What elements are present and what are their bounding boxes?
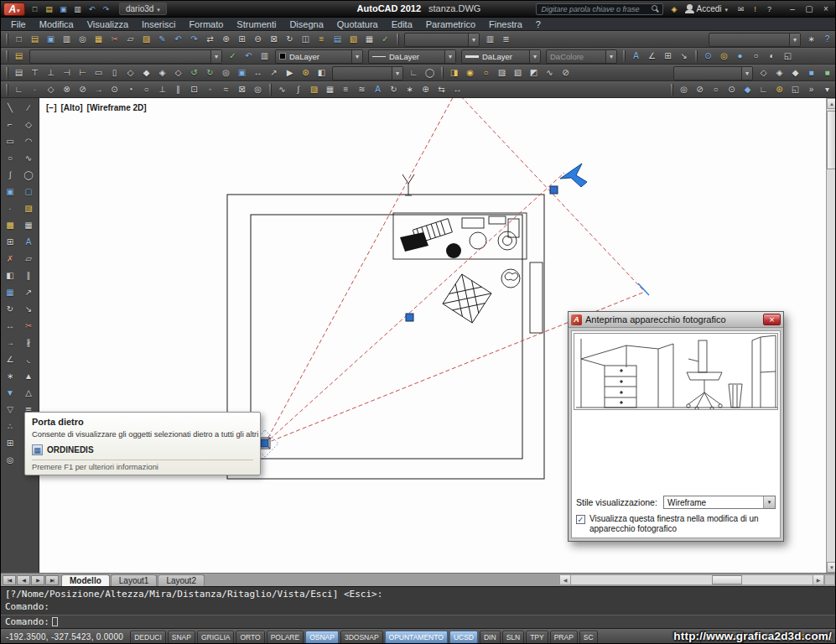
quickcalc-icon[interactable]: ≣	[500, 33, 513, 46]
toolbar-grip[interactable]	[6, 34, 8, 45]
visual-styles-icon[interactable]: ◩	[527, 66, 541, 80]
steering-wheel-icon[interactable]: ⊛	[299, 66, 313, 80]
ucsd-toggle[interactable]: UCSD	[449, 631, 478, 644]
region-icon[interactable]: ▦	[22, 219, 35, 232]
explode-icon[interactable]: ∗	[403, 83, 417, 96]
draworder-back-icon[interactable]: ▼	[3, 387, 17, 400]
constrained-orbit-icon[interactable]: ↻	[204, 66, 217, 80]
gradient-icon[interactable]: ▩	[3, 219, 17, 232]
scroll-right-button[interactable]	[813, 574, 824, 585]
snap-nearest-icon[interactable]: ≈	[220, 83, 233, 96]
pan-icon[interactable]: ⇄	[204, 33, 217, 46]
scrollbar-thumb[interactable]	[712, 575, 742, 584]
sync-attributes-icon[interactable]: ↻	[387, 83, 401, 96]
coordinates-display[interactable]: -192.3500, -327.5423, 0.0000	[3, 631, 130, 643]
chevron-down-icon[interactable]	[741, 67, 752, 80]
make-object-layer-current-icon[interactable]: ✓	[226, 49, 240, 63]
osnap-toggle[interactable]: OSNAP	[305, 631, 339, 644]
chevron-down-icon[interactable]	[529, 50, 540, 63]
camera-icon[interactable]: ▣	[236, 66, 249, 80]
viewport-style-control[interactable]: [Wireframe 2D]	[87, 103, 147, 112]
chevron-down-icon[interactable]	[351, 50, 362, 63]
rotate-icon[interactable]: ↻	[3, 303, 17, 316]
prev-tab-button[interactable]: ◀	[17, 575, 30, 585]
din-toggle[interactable]: DIN	[480, 631, 501, 644]
fillet-icon[interactable]: ◟	[22, 353, 35, 366]
arc-icon[interactable]: ◠	[22, 135, 35, 148]
plot-icon[interactable]: ▥	[60, 33, 74, 46]
named-view-combo[interactable]	[709, 33, 801, 47]
materials-icon[interactable]: ▨	[496, 66, 509, 80]
target-grip[interactable]	[550, 186, 558, 194]
named-views-icon[interactable]: ▤	[13, 66, 26, 80]
right-view-icon[interactable]: ⊢	[76, 66, 90, 80]
isolate-objects-icon[interactable]: ◎	[678, 83, 691, 96]
toolbar-grip[interactable]	[6, 50, 8, 62]
vs-realistic-icon[interactable]: ■	[805, 66, 818, 80]
scroll-up-button[interactable]	[827, 98, 836, 109]
clean-screen-icon[interactable]: ◱	[789, 83, 802, 96]
menu-strumenti[interactable]: Strumenti	[230, 18, 283, 30]
communication-center-icon[interactable]: ✉	[735, 3, 747, 15]
divide-icon[interactable]: ∴	[3, 420, 17, 434]
dimension-style-icon[interactable]: ∠	[646, 49, 659, 63]
toolbar-grip[interactable]	[695, 50, 697, 62]
show-preview-checkbox[interactable]	[576, 515, 585, 524]
ucs-world-icon[interactable]: ◯	[423, 66, 437, 80]
undo-button[interactable]: ↶	[86, 3, 98, 15]
end-isolate-icon[interactable]: ○	[709, 83, 723, 96]
back-view-icon[interactable]: ▯	[108, 66, 122, 80]
open-icon[interactable]: ▤	[29, 33, 42, 46]
snap-quadrant-icon[interactable]: ◔	[124, 83, 138, 96]
help-icon[interactable]: ?	[821, 33, 834, 46]
snap-none-icon[interactable]: ⊠	[236, 83, 249, 96]
toolbar-grip[interactable]	[623, 50, 625, 62]
mirror-icon[interactable]: ◧	[3, 269, 17, 283]
snap-perpendicular-icon[interactable]: ⊥	[156, 83, 169, 96]
layout1-tab[interactable]: Layout1	[111, 574, 158, 586]
sln-toggle[interactable]: SLN	[502, 631, 525, 644]
explode-icon[interactable]: ∗	[3, 370, 17, 383]
view-combo[interactable]	[332, 66, 403, 80]
sc-toggle[interactable]: SC	[579, 631, 598, 644]
prap-toggle[interactable]: PRAP	[550, 631, 578, 644]
show-motion-icon[interactable]: ▶	[283, 66, 297, 80]
hide-objects-icon[interactable]: ⊘	[693, 83, 707, 96]
snap-extension-icon[interactable]: →	[92, 83, 106, 96]
chevron-down-icon[interactable]	[468, 34, 479, 46]
scroll-down-button[interactable]	[827, 562, 836, 573]
array-icon[interactable]: ▦	[3, 286, 17, 299]
layout2-tab[interactable]: Layout2	[158, 574, 205, 586]
chevron-down-icon[interactable]	[763, 496, 775, 508]
menu-parametrico[interactable]: Parametrico	[419, 18, 482, 30]
camera-grip[interactable]	[261, 439, 268, 447]
maximize-viewport-icon[interactable]: ◱	[781, 49, 795, 63]
dynamic-ucs-icon[interactable]: ∟	[757, 83, 771, 96]
viewcube-icon[interactable]: ◧	[315, 66, 329, 80]
search-input[interactable]	[539, 4, 651, 14]
reverse-icon[interactable]: ⇆	[435, 83, 449, 96]
vertical-scrollbar[interactable]	[826, 98, 836, 573]
3dosnap-toggle[interactable]: 3DOSNAP	[340, 631, 383, 644]
ellipse-icon[interactable]: ◯	[22, 169, 35, 182]
plot-preview-icon[interactable]: ◎	[76, 33, 90, 46]
osnap-settings-icon[interactable]: ◎	[3, 454, 17, 467]
cut-icon[interactable]: ✂	[108, 33, 122, 46]
multileader-style-icon[interactable]: ↘	[678, 49, 691, 63]
menu-quotatura[interactable]: Quotatura	[330, 18, 385, 30]
regen-icon[interactable]: ↻	[283, 33, 297, 46]
help-menu-icon[interactable]: ?	[764, 3, 776, 15]
vs-conceptual-icon[interactable]: ■	[821, 66, 834, 80]
horizontal-scrollbar[interactable]	[559, 574, 824, 585]
signin-button[interactable]: Accedi	[684, 4, 730, 13]
copy-clip-icon[interactable]: ▱	[124, 33, 138, 46]
render-icon[interactable]: ◨	[448, 66, 461, 80]
sun-properties-icon[interactable]: ○	[480, 66, 493, 80]
tool-palettes-icon[interactable]: ▧	[347, 33, 361, 46]
command-input[interactable]: Comando:	[1, 615, 836, 628]
vs-hidden-icon[interactable]: ◆	[789, 66, 802, 80]
front-view-icon[interactable]: ▭	[92, 66, 106, 80]
snap-center-icon[interactable]: ⊙	[108, 83, 122, 96]
point-icon[interactable]: ∙	[3, 202, 17, 216]
lock-viewport-icon[interactable]: ◐	[766, 49, 779, 63]
